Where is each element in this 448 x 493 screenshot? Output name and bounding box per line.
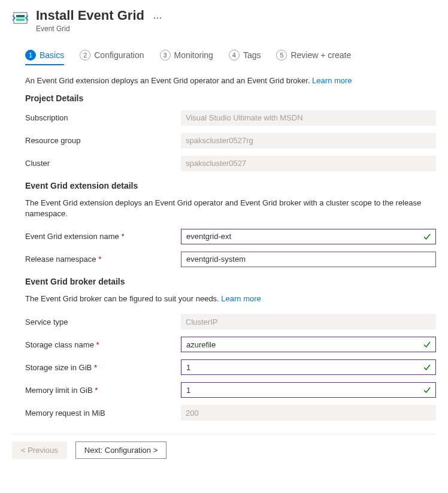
memory-limit-input[interactable] <box>181 382 436 398</box>
tab-basics[interactable]: 1 Basics <box>25 50 64 65</box>
storage-class-input[interactable] <box>181 337 436 352</box>
tab-num-icon: 5 <box>276 50 287 61</box>
storage-size-row: Storage size in GiB * <box>25 359 436 375</box>
storage-class-row: Storage class name * <box>25 337 436 352</box>
required-marker: * <box>121 232 124 241</box>
tab-label: Tags <box>243 50 261 60</box>
service-type-row: Service type <box>25 314 436 329</box>
event-grid-icon <box>12 10 29 26</box>
extension-details-desc: The Event Grid extension deploys an Even… <box>25 198 436 219</box>
tab-num-icon: 4 <box>229 50 240 61</box>
resource-group-row: Resource group <box>25 133 436 149</box>
page-title: Install Event Grid <box>36 7 144 25</box>
project-details-heading: Project Details <box>25 93 436 103</box>
storage-size-label: Storage size in GiB * <box>25 363 181 372</box>
release-namespace-input[interactable] <box>181 252 436 267</box>
tab-configuration[interactable]: 2 Configuration <box>80 50 144 65</box>
intro-text: An Event Grid extension deploys an Event… <box>25 76 436 85</box>
tab-num-icon: 3 <box>160 50 171 61</box>
broker-details-heading: Event Grid broker details <box>25 277 436 286</box>
wizard-tabs: 1 Basics 2 Configuration 3 Monitoring 4 … <box>25 50 436 65</box>
extension-name-row: Event Grid extension name * <box>25 229 436 244</box>
broker-details-desc: The Event Grid broker can be figured to … <box>25 294 436 304</box>
release-namespace-row: Release namespace * <box>25 252 436 267</box>
tab-label: Review + create <box>290 50 351 60</box>
previous-button: < Previous <box>12 441 67 459</box>
tab-num-icon: 1 <box>25 50 36 61</box>
extension-details-heading: Event Grid extension details <box>25 181 436 190</box>
tab-label: Monitoring <box>174 50 213 60</box>
storage-class-label: Storage class name * <box>25 340 181 349</box>
memory-limit-row: Memory limit in GiB * <box>25 382 436 398</box>
wizard-footer: < Previous Next: Configuration > <box>12 434 436 459</box>
memory-limit-label: Memory limit in GiB * <box>25 386 181 395</box>
required-marker: * <box>96 340 99 349</box>
more-icon[interactable]: … <box>153 10 163 21</box>
storage-size-input[interactable] <box>181 359 436 375</box>
tab-review-create[interactable]: 5 Review + create <box>276 50 351 65</box>
check-icon <box>423 386 431 394</box>
extension-name-input[interactable] <box>181 229 436 244</box>
required-marker: * <box>94 363 97 372</box>
check-icon <box>423 340 431 349</box>
cluster-field <box>181 156 436 171</box>
memory-request-row: Memory request in MiB <box>25 405 436 421</box>
tab-label: Basics <box>40 50 64 60</box>
subscription-field <box>181 110 436 126</box>
memory-request-field <box>181 405 436 421</box>
memory-request-label: Memory request in MiB <box>25 409 181 418</box>
cluster-label: Cluster <box>25 159 181 168</box>
tab-tags[interactable]: 4 Tags <box>229 50 261 65</box>
learn-more-broker-link[interactable]: Learn more <box>221 294 261 303</box>
tab-monitoring[interactable]: 3 Monitoring <box>160 50 213 65</box>
check-icon <box>423 363 431 371</box>
next-button[interactable]: Next: Configuration > <box>75 441 167 459</box>
tab-label: Configuration <box>94 50 144 60</box>
service-type-label: Service type <box>25 317 181 326</box>
required-marker: * <box>95 386 98 395</box>
tab-num-icon: 2 <box>80 50 90 61</box>
cluster-row: Cluster <box>25 156 436 171</box>
page-header: Install Event Grid … Event Grid <box>12 7 436 33</box>
resource-group-label: Resource group <box>25 136 181 145</box>
resource-group-field <box>181 133 436 149</box>
subscription-row: Subscription <box>25 110 436 126</box>
service-type-field <box>181 314 436 329</box>
subscription-label: Subscription <box>25 113 181 122</box>
release-namespace-label: Release namespace * <box>25 255 181 264</box>
svg-rect-1 <box>16 15 25 17</box>
svg-rect-0 <box>14 13 27 23</box>
svg-rect-2 <box>16 19 25 21</box>
page-subtitle: Event Grid <box>36 25 163 33</box>
extension-name-label: Event Grid extension name * <box>25 232 181 241</box>
check-icon <box>423 232 431 241</box>
required-marker: * <box>98 255 101 264</box>
learn-more-link[interactable]: Learn more <box>312 76 352 85</box>
